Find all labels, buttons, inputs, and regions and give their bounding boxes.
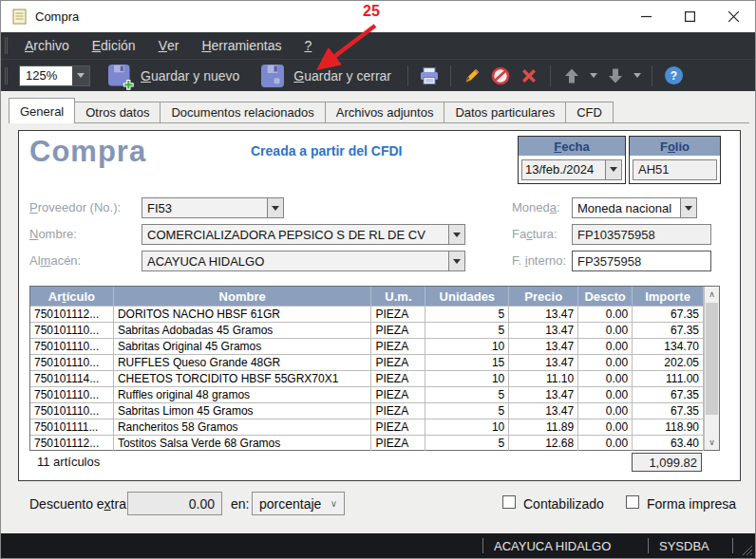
- articles-count: 11 artículos: [37, 455, 100, 469]
- cell-nombre: RUFFLES Queso Grande 48GR: [114, 355, 372, 370]
- column-header-descto[interactable]: Descto: [578, 287, 633, 306]
- fecha-value: 13/feb./2024: [522, 160, 605, 179]
- grid-scrollbar[interactable]: ∧ ∨: [704, 287, 719, 450]
- cell-art-culo: 750101111...: [30, 419, 114, 435]
- column-header-art-culo[interactable]: Artículo: [30, 287, 114, 306]
- unidad-select[interactable]: porcentaje ∨: [252, 492, 345, 515]
- delete-icon: [520, 66, 539, 85]
- tab-datos-particulares[interactable]: Datos particulares: [444, 102, 566, 122]
- almacen-dropdown-button[interactable]: [448, 252, 464, 270]
- column-header-unidades[interactable]: Unidades: [425, 287, 509, 306]
- cancel-button[interactable]: [486, 62, 515, 90]
- contabilizado-checkbox[interactable]: [502, 495, 516, 509]
- help-icon: ?: [664, 65, 684, 85]
- cell-descto: 0.00: [578, 419, 633, 435]
- chevron-down-icon: ∨: [331, 498, 337, 509]
- tab-otros-datos[interactable]: Otros datos: [74, 102, 161, 122]
- table-row[interactable]: 750101110...RUFFLES Queso Grande 48GRPIE…: [30, 354, 704, 370]
- proveedor-dropdown-button[interactable]: [267, 198, 283, 217]
- help-button[interactable]: ?: [659, 62, 688, 90]
- cell-nombre: Rancheritos 58 Gramos: [114, 419, 372, 435]
- chevron-down-icon: [610, 167, 617, 172]
- close-icon: [728, 11, 739, 22]
- nombre-combo[interactable]: COMERCIALIZADORA PEPSICO S DE RL DE CV: [142, 224, 465, 245]
- column-header-u-m-[interactable]: U.m.: [371, 287, 425, 306]
- delete-button[interactable]: [515, 62, 543, 90]
- almacen-value: ACAYUCA HIDALGO: [142, 252, 448, 270]
- almacen-combo[interactable]: ACAYUCA HIDALGO: [142, 251, 465, 271]
- minimize-button[interactable]: [624, 1, 668, 32]
- print-button[interactable]: [415, 62, 444, 90]
- resize-grip-icon[interactable]: [741, 544, 753, 556]
- table-row[interactable]: 750101110...Ruffles original 48 gramosPI…: [30, 386, 704, 402]
- move-up-dropdown-icon[interactable]: [590, 73, 597, 78]
- maximize-button[interactable]: [668, 1, 711, 32]
- cell-u-m-: PIEZA: [371, 419, 425, 435]
- cell-descto: 0.00: [578, 403, 633, 419]
- cell-art-culo: 750101112...: [30, 436, 114, 451]
- cell-nombre: CHEETOS TORCIDITO HBSF 55GRX70X1: [114, 371, 372, 386]
- zoom-combo[interactable]: 125%: [19, 65, 90, 86]
- menu-item-ver[interactable]: Ver: [147, 32, 191, 59]
- document-icon: [12, 9, 27, 25]
- menubar-grip[interactable]: [5, 37, 8, 54]
- fecha-input[interactable]: 13/feb./2024: [521, 159, 622, 180]
- f-interno-input[interactable]: FP3575958: [572, 251, 711, 271]
- toolbar-separator: [652, 65, 652, 86]
- table-row[interactable]: 750101112...Tostitos Salsa Verde 68 Gram…: [30, 435, 704, 451]
- scroll-down-icon[interactable]: ∨: [705, 435, 719, 450]
- cell-u-m-: PIEZA: [371, 387, 425, 402]
- moneda-dropdown-button[interactable]: [680, 198, 696, 217]
- scroll-up-icon[interactable]: ∧: [705, 287, 719, 302]
- cell-precio: 13.47: [509, 323, 578, 338]
- tab-documentos-relacionados[interactable]: Documentos relacionados: [160, 102, 325, 122]
- menu-item-archivo[interactable]: Archivo: [13, 32, 81, 59]
- statusbar-separator: [732, 538, 733, 553]
- fecha-dropdown-button[interactable]: [605, 160, 621, 179]
- proveedor-combo[interactable]: FI53: [142, 197, 284, 218]
- tab-cfd[interactable]: CFD: [565, 102, 614, 122]
- cell-unidades: 10: [425, 419, 509, 435]
- cell-descto: 0.00: [578, 387, 633, 402]
- column-header-nombre[interactable]: Nombre: [114, 287, 372, 306]
- cell-descto: 0.00: [578, 307, 633, 322]
- move-up-button[interactable]: [558, 62, 586, 90]
- chevron-down-icon: [453, 233, 461, 237]
- scrollbar-thumb[interactable]: [706, 303, 718, 415]
- nombre-label: Nombre:: [29, 227, 77, 241]
- save-and-new-button[interactable]: Guardar y nuevo: [96, 62, 249, 90]
- cell-precio: 12.68: [509, 436, 578, 451]
- minimize-icon: [641, 11, 652, 22]
- nombre-dropdown-button[interactable]: [448, 225, 464, 244]
- toolbar-separator: [550, 65, 551, 86]
- folio-input[interactable]: AH51: [633, 159, 717, 180]
- close-button[interactable]: [711, 1, 755, 32]
- edit-button[interactable]: [458, 62, 486, 90]
- move-up-icon: [563, 67, 580, 84]
- table-row[interactable]: 750101111...Rancheritos 58 GramosPIEZA10…: [30, 419, 704, 435]
- chevron-down-icon: [272, 206, 279, 211]
- cell-u-m-: PIEZA: [371, 339, 425, 354]
- table-row[interactable]: 750101114...CHEETOS TORCIDITO HBSF 55GRX…: [30, 370, 704, 386]
- move-down-button[interactable]: [601, 62, 630, 90]
- toolbar-grip[interactable]: [5, 67, 8, 84]
- tab-general[interactable]: General: [9, 98, 75, 123]
- tab-archivos-adjuntos[interactable]: Archivos adjuntos: [325, 102, 445, 122]
- table-row[interactable]: 750101110...Sabritas Adobadas 45 GramosP…: [30, 322, 704, 338]
- menu-item-edicion[interactable]: Edición: [81, 32, 147, 59]
- save-new-icon: [105, 62, 134, 90]
- zoom-dropdown-button[interactable]: [72, 66, 89, 85]
- descuento-extra-input[interactable]: 0.00: [127, 492, 222, 515]
- moneda-combo[interactable]: Moneda nacional: [572, 197, 697, 218]
- move-down-dropdown-icon[interactable]: [633, 73, 641, 78]
- table-row[interactable]: 750101110...Sabritas Limon 45 GramosPIEZ…: [30, 402, 704, 419]
- column-header-importe[interactable]: Importe: [633, 287, 704, 306]
- column-header-precio[interactable]: Precio: [509, 287, 578, 306]
- factura-input[interactable]: FP103575958: [572, 224, 711, 245]
- unidad-select-value: porcentaje: [259, 496, 321, 512]
- table-row[interactable]: 750101110...Sabritas Original 45 GramosP…: [30, 338, 704, 354]
- menu-item-herramientas[interactable]: Herramientas: [190, 32, 293, 59]
- forma-impresa-checkbox[interactable]: [626, 495, 639, 509]
- table-row[interactable]: 750101112...DORITOS NACHO HBSF 61GRPIEZA…: [30, 306, 704, 322]
- en-label: en:: [231, 496, 249, 512]
